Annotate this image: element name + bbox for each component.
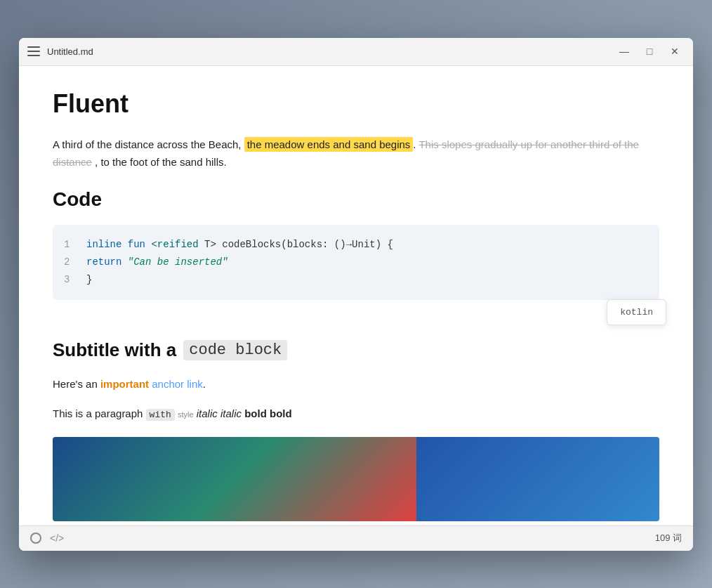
highlighted-text: the meadow ends and sand begins bbox=[244, 137, 414, 152]
code-text-1: inline fun <reified T> codeBlocks(blocks… bbox=[86, 236, 393, 254]
kw-return: return bbox=[86, 256, 128, 268]
main-heading: Fluent bbox=[53, 89, 659, 119]
paragraph-1-after: , to the foot of the sand hills. bbox=[95, 156, 227, 168]
subtitle-before: Subtitle with a bbox=[53, 339, 176, 361]
app-window: Untitled.md — □ ✕ Fluent A third of the … bbox=[19, 38, 693, 551]
paragraph-3-bold1: bold bbox=[244, 407, 267, 419]
image-right bbox=[416, 437, 659, 521]
paragraph-3-before: This is a paragraph bbox=[53, 407, 143, 419]
window-title: Untitled.md bbox=[47, 46, 614, 57]
code-block: 1 inline fun <reified T> codeBlocks(bloc… bbox=[53, 225, 659, 301]
line-number-2: 2 bbox=[64, 254, 75, 271]
word-count: 109 词 bbox=[655, 532, 682, 544]
titlebar-controls: — □ ✕ bbox=[614, 41, 685, 61]
paragraph-2-after: . bbox=[203, 378, 206, 390]
anchor-link[interactable]: anchor link bbox=[152, 378, 203, 390]
image-left bbox=[53, 437, 416, 521]
code-section-heading: Code bbox=[53, 188, 659, 211]
statusbar: </> 109 词 bbox=[19, 525, 693, 551]
paragraph-1-before: A third of the distance across the Beach… bbox=[53, 138, 242, 150]
code-line-1: 1 inline fun <reified T> codeBlocks(bloc… bbox=[64, 236, 648, 254]
minimize-button[interactable]: — bbox=[614, 41, 634, 61]
paragraph-3-bold2: bold bbox=[270, 407, 292, 419]
paragraph-2: Here's an important anchor link. bbox=[53, 375, 659, 393]
content-area[interactable]: Fluent A third of the distance across th… bbox=[19, 66, 693, 525]
subtitle-inline-code: code block bbox=[183, 340, 287, 360]
maximize-button[interactable]: □ bbox=[640, 41, 659, 61]
kotlin-badge: kotlin bbox=[607, 299, 666, 325]
kw-reified: <reified bbox=[151, 239, 198, 250]
code-line-2: 2 return "Can be inserted" bbox=[64, 254, 648, 271]
menu-icon[interactable] bbox=[27, 46, 40, 56]
paragraph-3-inline-code: with bbox=[146, 409, 175, 421]
paragraph-1: A third of the distance across the Beach… bbox=[53, 136, 659, 171]
kw-string: "Can be inserted" bbox=[128, 256, 228, 268]
paragraph-3: This is a paragraph with style italic it… bbox=[53, 405, 659, 423]
titlebar: Untitled.md — □ ✕ bbox=[19, 38, 693, 66]
line-number-3: 3 bbox=[64, 271, 75, 289]
paragraph-3-italic1: italic bbox=[197, 407, 218, 419]
important-link[interactable]: important bbox=[100, 378, 149, 390]
paragraph-2-before: Here's an bbox=[53, 378, 98, 390]
close-button[interactable]: ✕ bbox=[665, 41, 685, 61]
code-view-icon[interactable]: </> bbox=[50, 533, 64, 544]
line-number-1: 1 bbox=[64, 236, 75, 254]
code-line-3: 3 } bbox=[64, 271, 648, 289]
code-text-3: } bbox=[86, 271, 92, 289]
status-circle-icon bbox=[30, 533, 41, 544]
subtitle-heading: Subtitle with a code block bbox=[53, 339, 659, 361]
image-banner bbox=[53, 437, 659, 521]
kw-inline-fun: inline fun bbox=[86, 239, 151, 250]
code-text-2: return "Can be inserted" bbox=[86, 254, 228, 271]
paragraph-3-style: style bbox=[178, 410, 194, 419]
paragraph-3-italic2: italic bbox=[220, 407, 242, 419]
